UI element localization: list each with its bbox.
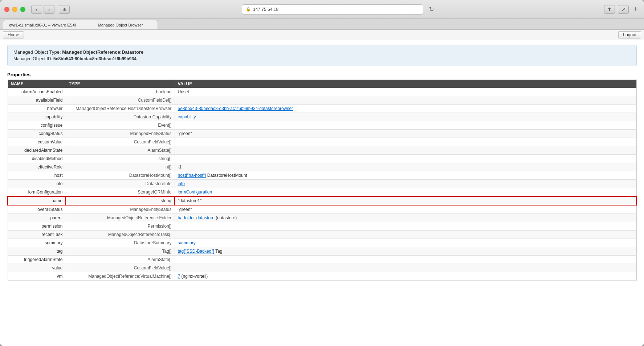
prop-type: ManagedObjectReference:VirtualMachine[] — [66, 272, 175, 281]
table-row: effectiveRoleint[]-1 — [8, 163, 636, 171]
prop-name: disabledMethod — [8, 155, 66, 163]
prop-value: host["ha-host"] DatastoreHostMount — [175, 171, 636, 180]
prop-value-link[interactable]: capability — [178, 114, 196, 119]
table-row: hostDatastoreHostMount[]host["ha-host"] … — [8, 171, 636, 180]
prop-value: summary — [175, 239, 636, 247]
tab-bar: ewr1-c1.small.x86-01 – VMware ESXi Manag… — [0, 19, 644, 30]
prop-type: ManagedEntityStatus — [66, 205, 175, 214]
prop-type: string — [66, 196, 175, 205]
object-type-line: Managed Object Type: ManagedObjectRefere… — [13, 49, 631, 55]
prop-value: "datastore1" — [175, 196, 636, 205]
table-row: summaryDatastoreSummarysummary — [8, 239, 636, 247]
back-button[interactable]: ‹ — [31, 5, 42, 14]
prop-type: ManagedObjectReference:Folder — [66, 214, 175, 222]
prop-type: ManagedObjectReference:Task[] — [66, 231, 175, 239]
title-bar: ‹ › ⊞ 🔒 147.75.64.18 ↻ ⬆ ⤢ + — [0, 0, 644, 19]
new-tab-expand-button[interactable]: ⤢ — [618, 5, 629, 14]
prop-name: parent — [8, 214, 66, 222]
prop-type: DatastoreSummary — [66, 239, 175, 247]
prop-value: "green" — [175, 205, 636, 214]
prop-value — [175, 222, 636, 231]
prop-name: overallStatus — [8, 205, 66, 214]
address-text: 147.75.64.18 — [253, 7, 278, 12]
properties-table: NAME TYPE VALUE alarmActionsEnabledboole… — [7, 80, 637, 281]
prop-name: name — [8, 196, 66, 205]
prop-name: capability — [8, 113, 66, 121]
prop-value: "green" — [175, 130, 636, 138]
prop-value-link[interactable]: host["ha-host"] — [178, 173, 206, 178]
nav-buttons: ‹ › — [31, 5, 54, 14]
nav-bar: Home Logout — [0, 30, 644, 40]
table-row: alarmActionsEnabledbooleanUnset — [8, 88, 636, 96]
tab-title-left: ewr1-c1.small.x86-01 – VMware ESXi — [9, 23, 76, 27]
table-row: vmManagedObjectReference:VirtualMachine[… — [8, 272, 636, 281]
prop-value-link[interactable]: 5e8bb543-80bedac8-d3bb-ac1f6b99b934-data… — [178, 106, 293, 111]
prop-type: DatastoreHostMount[] — [66, 171, 175, 180]
prop-type: CustomFieldValue[] — [66, 264, 175, 272]
prop-name: effectiveRole — [8, 163, 66, 171]
close-button[interactable] — [4, 7, 9, 12]
table-row: browserManagedObjectReference:HostDatast… — [8, 105, 636, 113]
prop-type: CustomFieldDef[] — [66, 96, 175, 105]
object-type-label: Managed Object Type: — [13, 49, 61, 55]
prop-value-text: (nginx-vorteil) — [180, 274, 208, 279]
table-row: triggeredAlarmStateAlarmState[] — [8, 256, 636, 264]
table-row: valueCustomFieldValue[] — [8, 264, 636, 272]
prop-value: 7 (nginx-vorteil) — [175, 272, 636, 281]
fullscreen-button[interactable] — [20, 7, 25, 12]
prop-name: value — [8, 264, 66, 272]
toolbar-right: ⬆ ⤢ + — [604, 5, 640, 14]
new-tab-button[interactable]: + — [632, 5, 640, 13]
prop-name: triggeredAlarmState — [8, 256, 66, 264]
prop-name: vm — [8, 272, 66, 281]
prop-type: ManagedEntityStatus — [66, 130, 175, 138]
prop-value — [175, 138, 636, 146]
prop-value-link[interactable]: info — [178, 181, 185, 186]
refresh-button[interactable]: ↻ — [426, 4, 436, 15]
prop-value: tag["SSD-Backed"] Tag — [175, 247, 636, 256]
prop-value — [175, 231, 636, 239]
prop-value-link[interactable]: iormConfiguration — [178, 190, 212, 195]
minimize-button[interactable] — [12, 7, 17, 12]
share-button[interactable]: ⬆ — [604, 5, 615, 14]
prop-type: int[] — [66, 163, 175, 171]
table-row: infoDatastoreInfoinfo — [8, 180, 636, 188]
sidebar-toggle-button[interactable]: ⊞ — [59, 5, 70, 14]
prop-name: alarmActionsEnabled — [8, 88, 66, 96]
col-header-type: TYPE — [66, 80, 175, 88]
page-content: Managed Object Type: ManagedObjectRefere… — [0, 40, 644, 346]
prop-value — [175, 146, 636, 155]
forward-button[interactable]: › — [44, 5, 54, 14]
prop-value-link[interactable]: ha-folder-datastore — [178, 215, 215, 220]
prop-value: ha-folder-datastore (datastore) — [175, 214, 636, 222]
prop-value-link[interactable]: summary — [178, 240, 196, 245]
table-row: recentTaskManagedObjectReference:Task[] — [8, 231, 636, 239]
table-row: configStatusManagedEntityStatus"green" — [8, 130, 636, 138]
prop-value-text: (datastore) — [215, 215, 237, 220]
prop-value — [175, 264, 636, 272]
object-id-label: Managed Object ID: — [13, 56, 52, 61]
table-row: disabledMethodstring[] — [8, 155, 636, 163]
object-id-value: 5e8bb543-80bedac8-d3bb-ac1f6b99b934 — [53, 56, 136, 61]
browser-tab[interactable]: ewr1-c1.small.x86-01 – VMware ESXi Manag… — [3, 20, 158, 29]
prop-value — [175, 256, 636, 264]
prop-name: iormConfiguration — [8, 188, 66, 197]
table-row: availableFieldCustomFieldDef[] — [8, 96, 636, 105]
properties-heading: Properties — [7, 72, 637, 77]
prop-name: declaredAlarmState — [8, 146, 66, 155]
prop-type: DatastoreInfo — [66, 180, 175, 188]
prop-type: boolean — [66, 88, 175, 96]
prop-value-link[interactable]: tag["SSD-Backed"] — [178, 249, 215, 254]
prop-type: AlarmState[] — [66, 256, 175, 264]
prop-value: 5e8bb543-80bedac8-d3bb-ac1f6b99b934-data… — [175, 105, 636, 113]
table-row: parentManagedObjectReference:Folderha-fo… — [8, 214, 636, 222]
object-header: Managed Object Type: ManagedObjectRefere… — [7, 45, 637, 66]
prop-name: info — [8, 180, 66, 188]
logout-button[interactable]: Logout — [618, 31, 641, 38]
home-button[interactable]: Home — [3, 31, 24, 38]
address-bar[interactable]: 🔒 147.75.64.18 — [242, 4, 423, 15]
prop-name: configStatus — [8, 130, 66, 138]
table-row: configIssueEvent[] — [8, 121, 636, 130]
table-row: capabilityDatastoreCapabilitycapability — [8, 113, 636, 121]
prop-type: AlarmState[] — [66, 146, 175, 155]
